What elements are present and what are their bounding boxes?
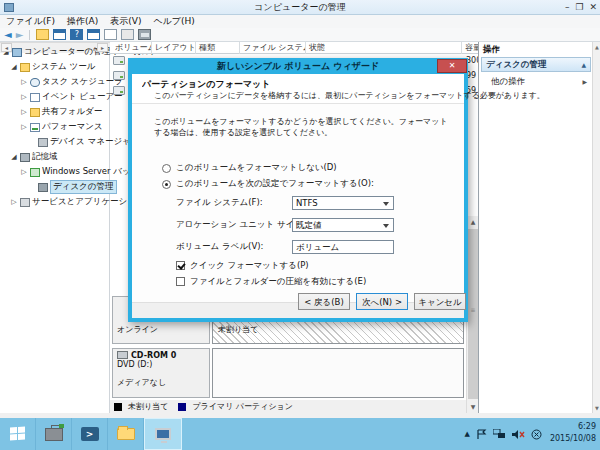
collapse-icon[interactable]: ▲ [581,61,586,68]
legend-primary-label: プライマリ パーティション [192,401,293,412]
toolbar-separator [29,30,30,40]
expander-icon[interactable]: ◢ [10,153,18,161]
radio-icon[interactable] [162,164,171,173]
column-capacity[interactable]: 容量 [462,42,478,54]
column-layout[interactable]: レイアウト [152,42,196,54]
legend-unallocated-label: 未割り当て [128,401,168,412]
expander-icon[interactable]: ▷ [20,123,28,131]
disk-management-icon[interactable] [138,29,151,40]
maximize-button[interactable]: ❐ [575,1,583,14]
tree-item-shared-folders[interactable]: ▷ 共有フォルダー [20,105,102,119]
tree-item-system-tools[interactable]: ◢ システム ツール [10,60,95,74]
radio-do-not-format[interactable]: このボリュームをフォーマットしない(D) [162,162,337,174]
scroll-down-icon[interactable]: ▼ [593,403,600,413]
cdrom-icon [117,351,128,359]
cdrom-media: メディアなし [117,377,205,388]
actions-pane-scrollbar[interactable]: ▲ ▼ [592,42,600,413]
actions-more-actions[interactable]: 他の操作 ▶ [481,75,591,88]
computer-icon [12,48,22,57]
mmc-app-icon [4,3,14,12]
tree-item-event-viewer[interactable]: ▷ イベント ビューアー [20,90,123,104]
volume-label-input[interactable]: ボリューム [292,240,394,254]
dialog-close-icon[interactable]: ✕ [437,59,467,73]
start-button[interactable] [0,418,36,450]
tree-item-device-manager[interactable]: デバイス マネージャー [28,135,139,149]
checkbox-checked-icon[interactable] [176,261,185,270]
menu-view[interactable]: 表示(V) [110,15,141,28]
column-volume[interactable]: ボリューム [112,42,152,54]
allocation-unit-select[interactable]: 既定値 [292,218,394,232]
console-window-icon[interactable] [87,29,100,40]
scrollbar-grip-icon: ≡ [469,308,477,312]
volume-icon [113,71,125,80]
legend-unallocated-swatch [114,403,122,411]
export-list-icon[interactable] [36,29,49,40]
tree-item-services-applications[interactable]: ▷ サービスとアプリケーション [10,195,145,209]
tree-item-task-scheduler[interactable]: ▷ タスク スケジューラ [20,75,123,89]
scrollbar-thumb[interactable] [468,229,478,399]
field-volume-label: ボリューム ラベル(V): ボリューム [176,239,394,254]
cdrom-label-box[interactable]: CD-ROM 0 DVD (D:) メディアなし [112,348,210,398]
expander-icon[interactable]: ◢ [10,63,18,71]
tree-item-storage[interactable]: ◢ 記憶域 [10,150,58,164]
column-filesystem[interactable]: ファイル システム [240,42,306,54]
close-button[interactable]: ✕ [589,1,597,14]
column-status[interactable]: 状態 [306,42,462,54]
actions-section-disk-management[interactable]: ディスクの管理 ▲ [481,57,591,72]
new-window-icon[interactable] [104,29,117,40]
cdrom-name: CD-ROM 0 [117,351,205,360]
radio-format-with-settings[interactable]: このボリュームを次の設定でフォーマットする(O): [162,178,374,190]
scroll-up-icon[interactable]: ▲ [593,42,600,52]
computer-management-icon [155,428,171,440]
back-icon[interactable]: ◄ [4,29,12,41]
actions-pane-title: 操作 [483,44,500,56]
column-type[interactable]: 種類 [196,42,240,54]
disk0-status: オンライン [117,324,158,335]
taskbar-powershell[interactable]: > [72,418,108,450]
forward-icon[interactable]: ► [16,29,24,41]
expander-icon[interactable]: ▷ [20,168,28,176]
tree-item-windows-server-backup[interactable]: ▷ Windows Server バック [20,165,139,179]
menu-file[interactable]: ファイル(F) [6,15,55,28]
expander-icon[interactable]: ▷ [20,93,28,101]
cdrom-region[interactable] [212,348,464,398]
properties-icon[interactable] [121,29,134,40]
checkbox-enable-compression[interactable]: ファイルとフォルダーの圧縮を有効にする(E) [176,276,366,287]
next-button[interactable]: 次へ(N) > [356,293,408,310]
taskbar-file-explorer[interactable] [108,418,144,450]
scroll-right-icon[interactable]: ▸ [97,43,108,52]
server-manager-icon [45,428,63,441]
radio-selected-icon[interactable] [162,180,171,189]
checkbox-quick-format[interactable]: クイック フォーマットする(P) [176,260,309,271]
powershell-icon: > [81,427,99,441]
menu-action[interactable]: 操作(A) [67,15,98,28]
show-console-tree-icon[interactable] [53,29,66,40]
clock-date: 2015/10/08 [544,433,596,445]
minimize-button[interactable]: – [565,1,570,14]
menu-bar: ファイル(F) 操作(A) 表示(V) ヘルプ(H) [0,15,600,28]
network-icon[interactable] [493,429,506,440]
taskbar-server-manager[interactable] [36,418,72,450]
menu-help[interactable]: ヘルプ(H) [153,15,194,28]
scroll-left-icon[interactable]: ◂ [1,43,12,52]
dialog-header: パーティションのフォーマット このパーティションにデータを格納するには、最初にパ… [132,74,464,104]
help-icon[interactable]: ? [70,29,83,40]
expander-icon[interactable]: ▷ [10,198,18,206]
file-system-select[interactable]: NTFS [292,196,394,210]
cancel-button[interactable]: キャンセル [414,293,466,310]
action-center-flag-icon[interactable] [476,429,487,440]
taskbar-clock[interactable]: 6:29 2015/10/08 [544,421,596,445]
tree-item-performance[interactable]: ▷ パフォーマンス [20,120,103,134]
taskbar-computer-management-active[interactable] [144,418,182,450]
disk-legend: 未割り当て プライマリ パーティション [110,400,478,413]
tree-item-disk-management[interactable]: ディスクの管理 [28,180,117,194]
system-tray: ▲ [465,418,542,450]
show-hidden-icons[interactable]: ▲ [465,430,470,438]
volume-muted-icon[interactable] [512,429,525,440]
back-button[interactable]: < 戻る(B) [298,293,350,310]
expander-icon[interactable]: ▷ [20,78,28,86]
expander-icon[interactable]: ▷ [20,108,28,116]
dialog-title: 新しいシンプル ボリューム ウィザード [128,58,468,74]
status-icon[interactable] [531,429,542,440]
checkbox-icon[interactable] [176,277,185,286]
